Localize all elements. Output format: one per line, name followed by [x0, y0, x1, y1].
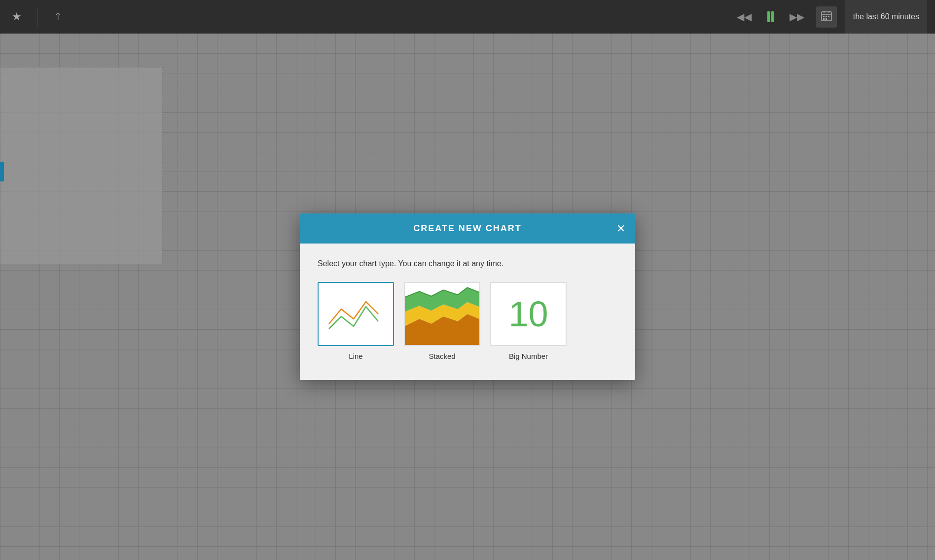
svg-rect-8: [826, 18, 827, 20]
modal-close-button[interactable]: ✕: [616, 223, 625, 234]
toolbar: ★ ⇧ ◀◀ ▶▶ the last 60 minutes: [0, 0, 935, 34]
rewind-button[interactable]: ◀◀: [733, 8, 755, 26]
svg-rect-5: [826, 16, 827, 17]
time-range-text: the last 60 minutes: [853, 12, 919, 21]
toolbar-divider: [37, 7, 38, 27]
chart-option-bignumber[interactable]: 10 Big Number: [490, 282, 567, 360]
svg-rect-7: [823, 18, 825, 20]
share-icon[interactable]: ⇧: [50, 7, 66, 27]
modal-overlay: CREATE NEW CHART ✕ Select your chart typ…: [0, 34, 935, 560]
chart-option-stacked[interactable]: Stacked: [404, 282, 480, 360]
modal-title: CREATE NEW CHART: [413, 223, 522, 234]
big-number-value: 10: [508, 294, 548, 334]
modal-subtitle: Select your chart type. You can change i…: [318, 259, 617, 268]
calendar-button[interactable]: [816, 6, 837, 28]
chart-option-stacked-card[interactable]: [404, 282, 480, 346]
pause-bar-left: [767, 11, 770, 22]
modal-body: Select your chart type. You can change i…: [300, 244, 635, 380]
svg-rect-6: [828, 16, 829, 17]
svg-rect-4: [823, 16, 825, 17]
chart-options: Line: [318, 282, 617, 360]
create-chart-modal: CREATE NEW CHART ✕ Select your chart typ…: [300, 213, 635, 380]
time-range-display: the last 60 minutes: [845, 0, 927, 34]
chart-option-bignumber-card[interactable]: 10: [490, 282, 567, 346]
chart-option-bignumber-label: Big Number: [509, 352, 548, 360]
pause-bar-right: [771, 11, 774, 22]
chart-option-line-label: Line: [349, 352, 362, 360]
pause-button[interactable]: [763, 8, 778, 25]
forward-button[interactable]: ▶▶: [786, 8, 808, 26]
toolbar-right: ◀◀ ▶▶ the last 60 minutes: [733, 0, 927, 34]
chart-option-line[interactable]: Line: [318, 282, 394, 360]
chart-option-line-card[interactable]: [318, 282, 394, 346]
modal-header: CREATE NEW CHART ✕: [300, 213, 635, 244]
chart-option-stacked-label: Stacked: [429, 352, 455, 360]
star-icon[interactable]: ★: [8, 6, 26, 27]
toolbar-left: ★ ⇧: [8, 6, 66, 27]
